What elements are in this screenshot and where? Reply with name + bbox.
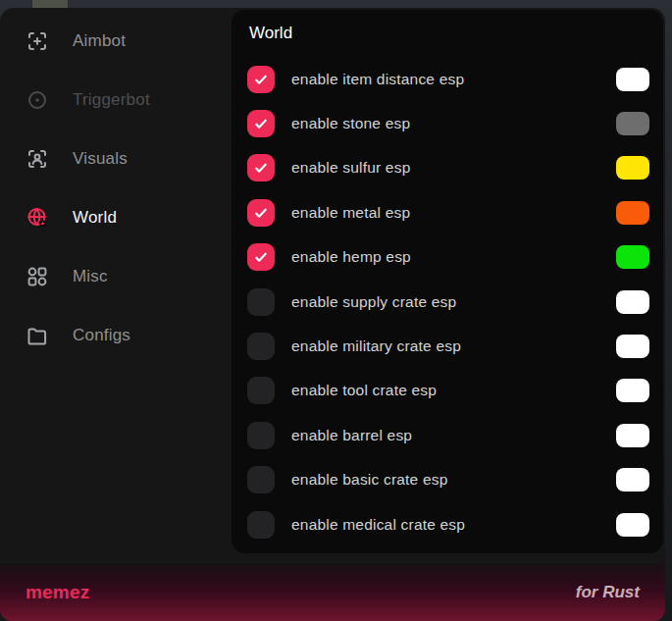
sidebar-item-label: Visuals	[73, 149, 128, 169]
esp-setting-row: enable tool crate esp	[247, 369, 649, 413]
esp-setting-row: enable basic crate esp	[247, 458, 649, 502]
esp-setting-label: enable stone esp	[291, 115, 410, 132]
esp-setting-row: enable item distance esp	[247, 57, 649, 101]
esp-checkbox[interactable]	[247, 288, 275, 316]
esp-setting-row: enable military crate esp	[247, 324, 649, 368]
esp-setting-row	[247, 546, 649, 553]
sidebar-item-label: Aimbot	[73, 31, 126, 51]
esp-setting-row: enable stone esp	[247, 101, 649, 145]
cheat-menu-window: Aimbot Triggerbot Visuals World Misc Con…	[0, 8, 665, 621]
esp-setting-row: enable barrel esp	[247, 413, 649, 457]
screen: Aimbot Triggerbot Visuals World Misc Con…	[0, 0, 672, 621]
sidebar-item-visuals[interactable]: Visuals	[0, 129, 232, 188]
esp-settings-list: enable item distance esp enable stone es…	[247, 57, 649, 553]
esp-color-swatch[interactable]	[616, 513, 649, 537]
esp-color-swatch[interactable]	[616, 156, 649, 180]
esp-checkbox[interactable]	[247, 154, 275, 181]
brand-tagline: for Rust	[576, 583, 640, 602]
sidebar-item-label: Misc	[73, 267, 108, 286]
circle-dot-icon	[26, 88, 49, 112]
esp-color-swatch[interactable]	[616, 290, 649, 314]
esp-checkbox[interactable]	[247, 377, 275, 404]
esp-color-swatch[interactable]	[616, 112, 649, 135]
esp-setting-row: enable medical crate esp	[247, 502, 649, 546]
grid-icon	[26, 265, 49, 288]
esp-checkbox[interactable]	[247, 511, 275, 539]
esp-color-swatch[interactable]	[616, 201, 649, 225]
esp-setting-label: enable barrel esp	[291, 427, 412, 444]
esp-checkbox[interactable]	[247, 199, 275, 227]
esp-setting-label: enable military crate esp	[291, 337, 461, 355]
esp-setting-label: enable medical crate esp	[291, 516, 465, 534]
esp-setting-label: enable supply crate esp	[291, 293, 456, 311]
esp-checkbox[interactable]	[247, 333, 275, 360]
sidebar-item-aimbot[interactable]: Aimbot	[0, 12, 232, 71]
sidebar-item-world[interactable]: World	[0, 188, 232, 247]
footer: memez for Rust	[0, 564, 665, 621]
esp-setting-label: enable sulfur esp	[291, 159, 410, 177]
brand-logo: memez	[26, 582, 89, 603]
esp-setting-label: enable item distance esp	[291, 71, 464, 88]
sidebar-item-label: Configs	[73, 326, 130, 345]
sidebar-item-label: Triggerbot	[73, 90, 150, 110]
sidebar-item-misc[interactable]: Misc	[0, 247, 232, 306]
esp-color-swatch[interactable]	[616, 424, 649, 447]
esp-setting-row: enable hemp esp	[247, 235, 649, 280]
esp-setting-label: enable basic crate esp	[291, 471, 448, 489]
sidebar-item-configs[interactable]: Configs	[0, 306, 232, 365]
esp-color-swatch[interactable]	[616, 68, 649, 91]
crosshair-icon	[26, 29, 49, 53]
esp-setting-row: enable supply crate esp	[247, 280, 649, 324]
esp-setting-label: enable tool crate esp	[291, 382, 437, 399]
esp-setting-label: enable hemp esp	[291, 248, 411, 266]
page-title: World	[249, 24, 649, 45]
globe-star-icon	[26, 206, 49, 230]
esp-setting-label: enable metal esp	[291, 204, 410, 222]
sidebar-item-label: World	[73, 208, 117, 228]
world-panel: World enable item distance esp enable st…	[232, 10, 663, 553]
esp-color-swatch[interactable]	[616, 468, 649, 492]
folder-icon	[26, 324, 49, 347]
esp-setting-row: enable sulfur esp	[247, 146, 649, 190]
esp-checkbox[interactable]	[247, 66, 275, 93]
esp-setting-row: enable metal esp	[247, 190, 649, 234]
esp-color-swatch[interactable]	[616, 245, 649, 269]
esp-checkbox[interactable]	[247, 422, 275, 449]
sidebar: Aimbot Triggerbot Visuals World Misc Con…	[0, 12, 232, 365]
esp-color-swatch[interactable]	[616, 379, 649, 402]
sidebar-item-triggerbot[interactable]: Triggerbot	[0, 71, 232, 129]
person-scan-icon	[26, 147, 49, 171]
esp-checkbox[interactable]	[247, 110, 275, 137]
esp-checkbox[interactable]	[247, 243, 275, 271]
esp-color-swatch[interactable]	[616, 335, 649, 358]
esp-checkbox[interactable]	[247, 466, 275, 493]
